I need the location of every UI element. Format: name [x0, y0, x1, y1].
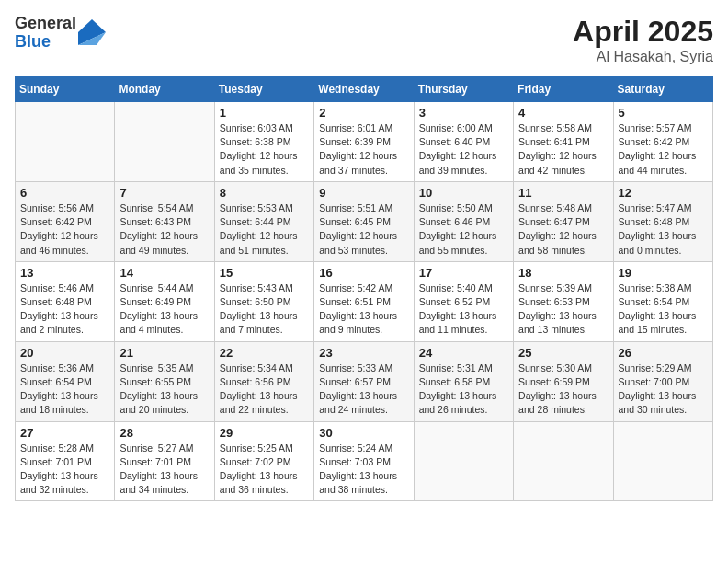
calendar-cell	[414, 421, 513, 501]
day-detail: Sunrise: 5:27 AMSunset: 7:01 PMDaylight:…	[119, 442, 209, 498]
day-detail: Sunrise: 5:30 AMSunset: 6:59 PMDaylight:…	[518, 362, 608, 418]
calendar-week-row: 20Sunrise: 5:36 AMSunset: 6:54 PMDayligh…	[16, 341, 713, 421]
logo-blue: Blue	[15, 33, 76, 52]
calendar-cell: 1Sunrise: 6:03 AMSunset: 6:38 PMDaylight…	[214, 102, 313, 182]
day-detail: Sunrise: 5:51 AMSunset: 6:45 PMDaylight:…	[319, 201, 408, 258]
day-number: 17	[419, 266, 508, 280]
calendar-week-row: 1Sunrise: 6:03 AMSunset: 6:38 PMDaylight…	[16, 102, 713, 182]
day-detail: Sunrise: 6:00 AMSunset: 6:40 PMDaylight:…	[419, 121, 508, 178]
day-detail: Sunrise: 5:40 AMSunset: 6:52 PMDaylight:…	[419, 282, 508, 338]
day-detail: Sunrise: 5:42 AMSunset: 6:51 PMDaylight:…	[319, 282, 408, 338]
day-number: 10	[419, 186, 508, 200]
calendar-cell: 10Sunrise: 5:50 AMSunset: 6:46 PMDayligh…	[414, 181, 513, 261]
calendar-cell	[613, 421, 712, 501]
day-number: 15	[220, 266, 309, 280]
day-number: 19	[619, 266, 708, 280]
calendar-week-row: 6Sunrise: 5:56 AMSunset: 6:42 PMDaylight…	[16, 181, 713, 261]
logo-text: General Blue	[15, 15, 76, 52]
calendar-cell: 21Sunrise: 5:35 AMSunset: 6:55 PMDayligh…	[115, 341, 214, 421]
day-detail: Sunrise: 6:01 AMSunset: 6:39 PMDaylight:…	[319, 121, 408, 178]
location-title: Al Hasakah, Syria	[573, 49, 713, 65]
calendar-week-row: 27Sunrise: 5:28 AMSunset: 7:01 PMDayligh…	[16, 421, 713, 501]
calendar-cell: 28Sunrise: 5:27 AMSunset: 7:01 PMDayligh…	[115, 421, 214, 501]
logo: General Blue	[15, 15, 106, 52]
day-detail: Sunrise: 5:48 AMSunset: 6:47 PMDaylight:…	[518, 201, 608, 258]
day-detail: Sunrise: 5:56 AMSunset: 6:42 PMDaylight:…	[20, 201, 109, 258]
calendar-cell: 9Sunrise: 5:51 AMSunset: 6:45 PMDaylight…	[314, 181, 414, 261]
day-detail: Sunrise: 5:50 AMSunset: 6:46 PMDaylight:…	[419, 201, 508, 258]
day-number: 20	[20, 346, 109, 360]
day-detail: Sunrise: 5:54 AMSunset: 6:43 PMDaylight:…	[119, 201, 209, 258]
calendar-cell	[16, 102, 115, 182]
day-number: 1	[220, 106, 309, 120]
day-number: 27	[20, 426, 109, 440]
day-number: 4	[518, 106, 608, 120]
calendar-cell: 3Sunrise: 6:00 AMSunset: 6:40 PMDaylight…	[414, 102, 513, 182]
day-number: 25	[518, 346, 608, 360]
day-number: 24	[419, 346, 508, 360]
calendar-cell: 25Sunrise: 5:30 AMSunset: 6:59 PMDayligh…	[514, 341, 613, 421]
day-number: 8	[220, 186, 309, 200]
day-number: 6	[20, 186, 109, 200]
weekday-header: Tuesday	[214, 77, 313, 102]
day-detail: Sunrise: 5:43 AMSunset: 6:50 PMDaylight:…	[220, 282, 309, 338]
calendar-cell: 22Sunrise: 5:34 AMSunset: 6:56 PMDayligh…	[214, 341, 313, 421]
day-number: 13	[20, 266, 109, 280]
day-detail: Sunrise: 5:31 AMSunset: 6:58 PMDaylight:…	[419, 362, 508, 418]
day-number: 3	[419, 106, 508, 120]
weekday-header: Saturday	[613, 77, 712, 102]
calendar-cell: 29Sunrise: 5:25 AMSunset: 7:02 PMDayligh…	[214, 421, 313, 501]
day-number: 30	[319, 426, 408, 440]
day-detail: Sunrise: 5:39 AMSunset: 6:53 PMDaylight:…	[518, 282, 608, 338]
calendar-cell: 18Sunrise: 5:39 AMSunset: 6:53 PMDayligh…	[514, 261, 613, 341]
day-detail: Sunrise: 5:34 AMSunset: 6:56 PMDaylight:…	[220, 362, 309, 418]
logo-general: General	[15, 15, 76, 33]
calendar-cell: 4Sunrise: 5:58 AMSunset: 6:41 PMDaylight…	[514, 102, 613, 182]
day-detail: Sunrise: 5:46 AMSunset: 6:48 PMDaylight:…	[20, 282, 109, 338]
calendar-cell: 7Sunrise: 5:54 AMSunset: 6:43 PMDaylight…	[115, 181, 214, 261]
day-detail: Sunrise: 6:03 AMSunset: 6:38 PMDaylight:…	[220, 121, 309, 178]
day-number: 12	[619, 186, 708, 200]
day-detail: Sunrise: 5:28 AMSunset: 7:01 PMDaylight:…	[20, 442, 109, 498]
calendar-cell: 2Sunrise: 6:01 AMSunset: 6:39 PMDaylight…	[314, 102, 414, 182]
calendar-cell: 11Sunrise: 5:48 AMSunset: 6:47 PMDayligh…	[514, 181, 613, 261]
calendar-table: SundayMondayTuesdayWednesdayThursdayFrid…	[15, 76, 713, 501]
calendar-header-row: SundayMondayTuesdayWednesdayThursdayFrid…	[16, 77, 713, 102]
page-header: General Blue April 2025 Al Hasakah, Syri…	[15, 15, 713, 65]
day-number: 5	[619, 106, 708, 120]
day-detail: Sunrise: 5:38 AMSunset: 6:54 PMDaylight:…	[619, 282, 708, 338]
day-detail: Sunrise: 5:29 AMSunset: 7:00 PMDaylight:…	[619, 362, 708, 418]
calendar-cell: 27Sunrise: 5:28 AMSunset: 7:01 PMDayligh…	[16, 421, 115, 501]
day-number: 11	[518, 186, 608, 200]
day-number: 23	[319, 346, 408, 360]
day-number: 22	[220, 346, 309, 360]
weekday-header: Wednesday	[314, 77, 414, 102]
calendar-cell: 19Sunrise: 5:38 AMSunset: 6:54 PMDayligh…	[613, 261, 712, 341]
day-detail: Sunrise: 5:53 AMSunset: 6:44 PMDaylight:…	[220, 201, 309, 258]
day-detail: Sunrise: 5:57 AMSunset: 6:42 PMDaylight:…	[619, 121, 708, 178]
day-detail: Sunrise: 5:44 AMSunset: 6:49 PMDaylight:…	[119, 282, 209, 338]
calendar-cell: 5Sunrise: 5:57 AMSunset: 6:42 PMDaylight…	[613, 102, 712, 182]
title-block: April 2025 Al Hasakah, Syria	[573, 15, 713, 65]
day-detail: Sunrise: 5:33 AMSunset: 6:57 PMDaylight:…	[319, 362, 408, 418]
day-detail: Sunrise: 5:25 AMSunset: 7:02 PMDaylight:…	[220, 442, 309, 498]
month-title: April 2025	[573, 15, 713, 49]
day-number: 29	[220, 426, 309, 440]
weekday-header: Friday	[514, 77, 613, 102]
calendar-week-row: 13Sunrise: 5:46 AMSunset: 6:48 PMDayligh…	[16, 261, 713, 341]
day-number: 16	[319, 266, 408, 280]
day-number: 28	[119, 426, 209, 440]
calendar-cell: 13Sunrise: 5:46 AMSunset: 6:48 PMDayligh…	[16, 261, 115, 341]
day-number: 21	[119, 346, 209, 360]
calendar-cell: 26Sunrise: 5:29 AMSunset: 7:00 PMDayligh…	[613, 341, 712, 421]
day-number: 26	[619, 346, 708, 360]
calendar-cell: 20Sunrise: 5:36 AMSunset: 6:54 PMDayligh…	[16, 341, 115, 421]
calendar-cell: 8Sunrise: 5:53 AMSunset: 6:44 PMDaylight…	[214, 181, 313, 261]
weekday-header: Monday	[115, 77, 214, 102]
calendar-cell: 14Sunrise: 5:44 AMSunset: 6:49 PMDayligh…	[115, 261, 214, 341]
calendar-cell: 30Sunrise: 5:24 AMSunset: 7:03 PMDayligh…	[314, 421, 414, 501]
day-detail: Sunrise: 5:24 AMSunset: 7:03 PMDaylight:…	[319, 442, 408, 498]
logo-icon	[78, 19, 106, 45]
calendar-cell	[115, 102, 214, 182]
day-number: 7	[119, 186, 209, 200]
